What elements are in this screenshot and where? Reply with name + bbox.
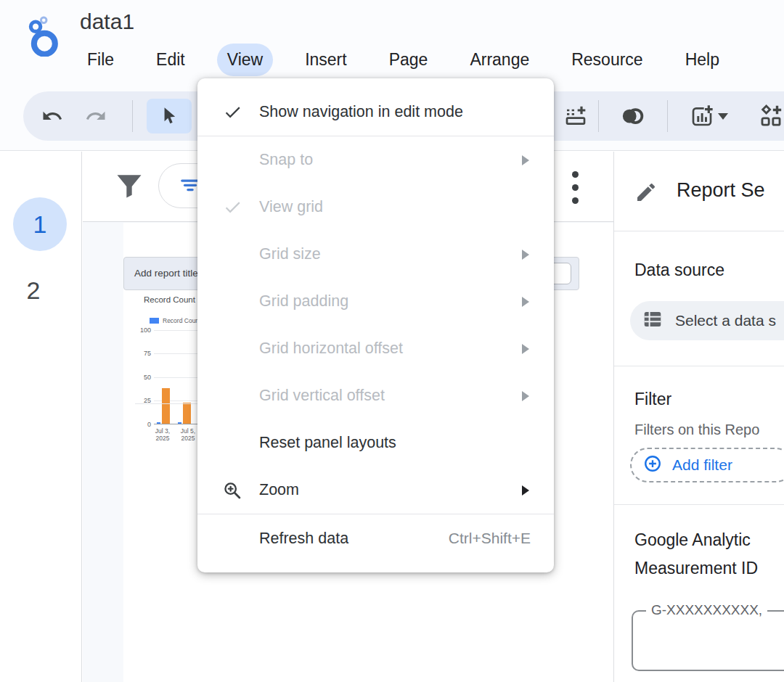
menu-resource[interactable]: Resource bbox=[561, 44, 653, 76]
kebab-dot bbox=[572, 197, 579, 204]
menu-help[interactable]: Help bbox=[675, 44, 730, 76]
page-navigation: 1 2 bbox=[0, 152, 82, 682]
add-filter-button[interactable]: Add filter bbox=[630, 448, 784, 482]
menu-insert[interactable]: Insert bbox=[295, 44, 357, 76]
add-chart-dropdown-caret bbox=[718, 113, 728, 120]
filter-funnel-icon[interactable] bbox=[113, 170, 145, 205]
ga-heading-line1: Google Analytic bbox=[634, 530, 751, 550]
panel-header: Report Se bbox=[614, 152, 784, 231]
kebab-dot bbox=[572, 184, 579, 191]
pencil-icon bbox=[634, 181, 658, 207]
menu-item-grid-size[interactable]: Grid size bbox=[197, 231, 554, 278]
redo-button[interactable] bbox=[78, 99, 113, 133]
page-divider-line bbox=[135, 403, 197, 404]
y-tick-50: 50 bbox=[134, 374, 151, 381]
add-chart-icon bbox=[690, 104, 714, 128]
menu-arrange[interactable]: Arrange bbox=[460, 44, 539, 76]
y-tick-75: 75 bbox=[134, 350, 151, 357]
bar-series2-1 bbox=[162, 388, 170, 424]
cursor-icon bbox=[159, 106, 179, 126]
bar-record-count-2 bbox=[178, 422, 181, 424]
select-data-source-label: Select a data s bbox=[675, 312, 776, 329]
menu-view[interactable]: View bbox=[217, 44, 273, 76]
select-data-source-button[interactable]: Select a data s bbox=[630, 301, 784, 340]
zoom-in-icon bbox=[221, 480, 243, 501]
menu-edit[interactable]: Edit bbox=[146, 44, 195, 76]
measurement-id-floating-label: G-XXXXXXXXXX, bbox=[646, 602, 767, 618]
page-item-2[interactable]: 2 bbox=[0, 276, 67, 305]
menu-item-refresh-data[interactable]: Refresh data Ctrl+Shift+E bbox=[197, 514, 554, 562]
submenu-arrow-icon bbox=[522, 391, 529, 401]
submenu-arrow-icon bbox=[522, 297, 529, 307]
undo-icon bbox=[41, 105, 63, 127]
bar-series2-2 bbox=[183, 403, 191, 424]
add-circle-icon bbox=[643, 454, 662, 476]
menu-file[interactable]: File bbox=[77, 44, 124, 76]
checkmark-icon-disabled bbox=[221, 197, 243, 217]
submenu-arrow-icon bbox=[522, 344, 529, 354]
add-chart-button[interactable] bbox=[684, 99, 735, 133]
menu-item-show-navigation[interactable]: Show navigation in edit mode bbox=[197, 88, 554, 136]
filter-subtext: Filters on this Repo bbox=[634, 422, 759, 438]
view-dropdown-menu: Show navigation in edit mode Snap to Vie… bbox=[197, 78, 554, 572]
refresh-data-shortcut: Ctrl+Shift+E bbox=[449, 530, 531, 547]
menubar: File Edit View Insert Page Arrange Resou… bbox=[77, 44, 730, 76]
page-1-number: 1 bbox=[33, 210, 47, 239]
page-item-1[interactable]: 1 bbox=[13, 197, 67, 251]
ga-heading-line2: Measurement ID bbox=[634, 559, 758, 578]
menu-item-reset-panel-layouts[interactable]: Reset panel layouts bbox=[197, 419, 554, 467]
add-data-icon bbox=[564, 104, 587, 128]
filter-heading: Filter bbox=[634, 390, 671, 409]
panel-divider bbox=[614, 504, 784, 505]
menu-item-zoom[interactable]: Zoom bbox=[197, 467, 554, 514]
data-source-table-icon bbox=[642, 308, 663, 333]
menu-item-snap-to[interactable]: Snap to bbox=[197, 136, 554, 184]
y-tick-100: 100 bbox=[134, 326, 151, 334]
submenu-arrow-icon bbox=[522, 155, 529, 165]
looker-studio-logo-icon[interactable] bbox=[24, 15, 60, 59]
add-control-icon bbox=[759, 104, 783, 128]
undo-button[interactable] bbox=[35, 99, 70, 133]
blend-data-button[interactable] bbox=[615, 99, 650, 133]
menu-page[interactable]: Page bbox=[379, 44, 438, 76]
legend-swatch-blue bbox=[150, 318, 159, 324]
menu-item-view-grid[interactable]: View grid bbox=[197, 184, 554, 231]
toolbar-divider bbox=[598, 100, 599, 132]
add-filter-label: Add filter bbox=[672, 456, 732, 474]
legend-label-record-count: Record Count bbox=[163, 317, 200, 324]
toolbar-divider bbox=[132, 100, 133, 132]
add-control-button[interactable] bbox=[753, 99, 784, 133]
menu-item-grid-vertical-offset[interactable]: Grid vertical offset bbox=[197, 372, 554, 419]
looker-studio-window: data1 File Edit View Insert Page Arrange… bbox=[0, 0, 784, 682]
add-data-button[interactable] bbox=[558, 99, 593, 133]
panel-divider bbox=[614, 366, 784, 366]
data-source-heading: Data source bbox=[634, 260, 724, 280]
blend-data-icon bbox=[619, 105, 645, 127]
measurement-id-field[interactable]: G-XXXXXXXXXX, bbox=[632, 610, 784, 671]
bar-record-count-1 bbox=[157, 422, 160, 424]
y-tick-0: 0 bbox=[134, 421, 151, 428]
panel-title: Report Se bbox=[677, 179, 765, 202]
menu-item-grid-horizontal-offset[interactable]: Grid horizontal offset bbox=[197, 325, 554, 372]
more-options-kebab-button[interactable] bbox=[568, 169, 582, 205]
submenu-arrow-icon bbox=[522, 250, 529, 260]
redo-icon bbox=[85, 105, 107, 127]
page-2-number: 2 bbox=[27, 276, 41, 304]
report-settings-panel: Report Se Data source Select a data s Fi… bbox=[613, 152, 784, 682]
submenu-arrow-icon bbox=[522, 485, 529, 496]
menu-item-grid-padding[interactable]: Grid padding bbox=[197, 278, 554, 325]
checkmark-icon bbox=[221, 102, 243, 122]
kebab-dot bbox=[572, 171, 579, 178]
toolbar-divider bbox=[667, 100, 668, 132]
report-title[interactable]: data1 bbox=[80, 9, 134, 34]
select-tool-button[interactable] bbox=[147, 99, 192, 133]
